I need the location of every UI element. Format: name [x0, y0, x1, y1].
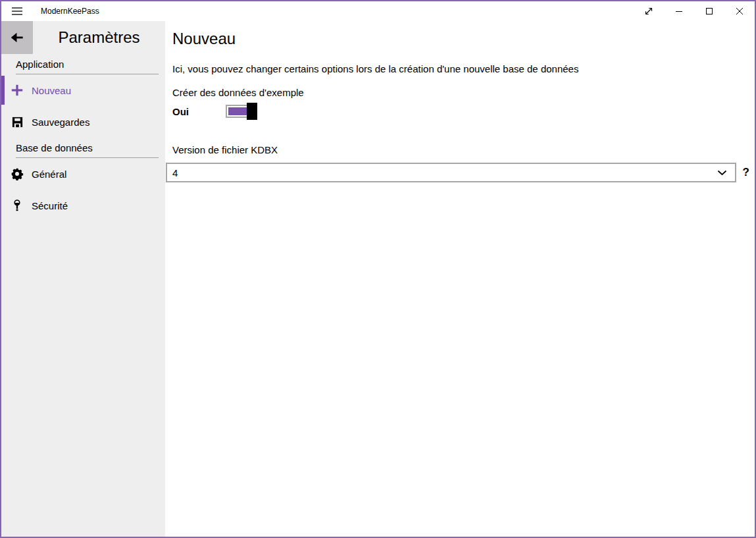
maximize-button[interactable]: [694, 1, 724, 21]
titlebar: ModernKeePass: [1, 1, 755, 21]
close-button[interactable]: [724, 1, 755, 21]
sidebar-item-sauvegardes[interactable]: Sauvegardes: [1, 106, 165, 138]
sidebar-item-label: Nouveau: [32, 85, 71, 96]
sample-data-toggle[interactable]: [226, 103, 256, 120]
sidebar-item-label: Général: [32, 169, 66, 180]
app-title: ModernKeePass: [41, 7, 99, 16]
combobox-value: 4: [172, 167, 717, 178]
settings-page-nouveau: Nouveau Ici, vous pouvez changer certain…: [165, 21, 755, 537]
chevron-down-icon: [717, 170, 727, 176]
section-label-base-de-donnees: Base de données: [16, 142, 159, 158]
toggle-thumb[interactable]: [247, 103, 257, 120]
sidebar-title: Paramètres: [33, 28, 165, 47]
sample-data-toggle-row: Oui: [172, 103, 751, 120]
settings-sidebar: Paramètres Application Nouveau: [1, 21, 165, 537]
maximize-icon: [704, 6, 715, 16]
kdbx-version-label: Version de fichier KDBX: [172, 144, 751, 157]
gear-icon: [11, 167, 24, 180]
sidebar-item-securite[interactable]: Sécurité: [1, 190, 165, 221]
back-button[interactable]: [1, 21, 33, 54]
sidebar-item-label: Sauvegardes: [32, 117, 89, 128]
diagonal-arrows-icon: [643, 6, 654, 16]
kdbx-version-row: 4 ?: [166, 163, 751, 182]
hamburger-menu-button[interactable]: [1, 1, 33, 21]
page-title: Nouveau: [172, 29, 751, 49]
plus-icon: [11, 84, 24, 97]
section-label-application: Application: [16, 59, 159, 74]
window-controls: [634, 1, 755, 21]
hamburger-icon: [12, 7, 22, 15]
sidebar-item-nouveau[interactable]: Nouveau: [1, 74, 165, 106]
page-description: Ici, vous pouvez changer certains option…: [172, 63, 751, 76]
back-arrow-icon: [9, 29, 26, 46]
sample-data-label: Créer des données d'exemple: [172, 86, 751, 99]
sidebar-item-label: Sécurité: [32, 200, 68, 211]
sidebar-item-general[interactable]: Général: [1, 158, 165, 190]
toggle-state-label: Oui: [172, 106, 226, 117]
kdbx-version-combobox[interactable]: 4: [166, 163, 736, 182]
save-icon: [11, 115, 24, 128]
sidebar-header: Paramètres: [1, 21, 165, 54]
minimize-button[interactable]: [664, 1, 694, 21]
app-window: ModernKeePass: [0, 0, 756, 538]
minimize-icon: [674, 6, 684, 16]
close-icon: [734, 6, 745, 16]
key-icon: [11, 199, 24, 212]
help-button[interactable]: ?: [743, 166, 749, 179]
fullscreen-button[interactable]: [634, 1, 664, 21]
